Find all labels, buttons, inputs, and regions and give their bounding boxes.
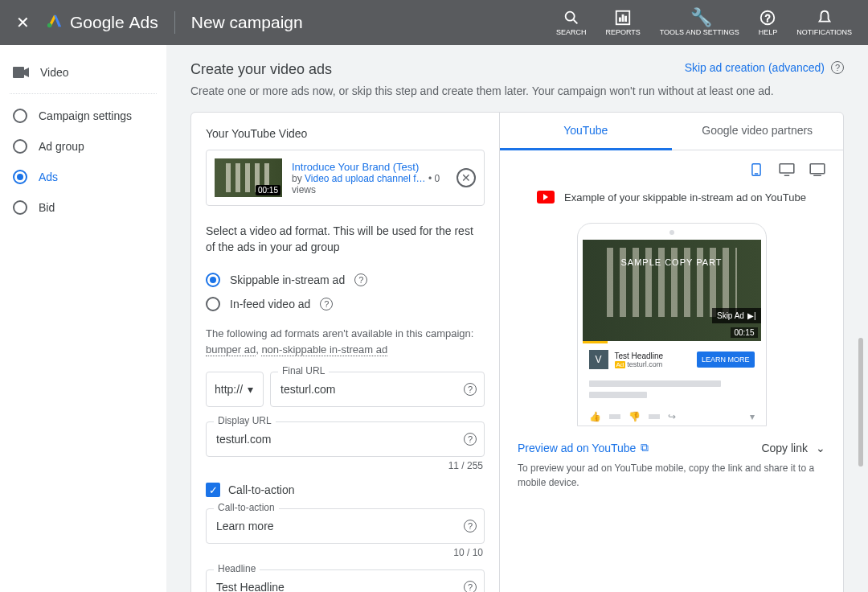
svg-point-1 (565, 12, 574, 21)
divider (174, 11, 175, 34)
header-reports[interactable]: REPORTS (605, 9, 640, 36)
device-tv-icon[interactable] (809, 163, 825, 176)
placeholder-bar (589, 392, 647, 398)
thumbs-down-icon: 👎 (628, 411, 641, 422)
duration-badge: 00:15 (731, 327, 757, 338)
ad-badge: Ad (615, 361, 626, 368)
google-ads-logo-icon (46, 12, 63, 34)
video-title-link[interactable]: Introduce Your Brand (Test) (292, 161, 447, 173)
device-mobile-icon[interactable] (748, 163, 764, 176)
svg-rect-9 (13, 67, 24, 78)
sidebar-item-campaign-settings[interactable]: Campaign settings (10, 101, 157, 131)
your-youtube-video-label: Your YouTube Video (206, 127, 485, 140)
cta-counter: 10 / 10 (207, 547, 483, 558)
svg-rect-6 (625, 16, 627, 21)
skip-icon: ▶| (747, 311, 756, 320)
placeholder-bar (589, 380, 722, 387)
step-icon (13, 109, 27, 123)
sidebar-item-ads[interactable]: Ads (10, 162, 157, 192)
cta-checkbox[interactable]: ✓ (206, 483, 220, 497)
brand-text: Google Ads (70, 13, 158, 32)
page-subtext: Create one or more ads now, or skip this… (190, 84, 844, 97)
ad-form: Your YouTube Video 00:15 Introduce Your … (191, 113, 500, 592)
header-search[interactable]: SEARCH (556, 9, 587, 36)
display-url-counter: 11 / 255 (207, 460, 483, 471)
video-icon (13, 64, 29, 80)
sidebar-item-bid[interactable]: Bid (10, 192, 157, 223)
cta-input[interactable] (206, 508, 485, 544)
video-meta: by Video ad upload channel f… • 0 views (292, 173, 447, 195)
header-notifications[interactable]: NOTIFICATIONS (796, 9, 852, 36)
display-url-input[interactable] (206, 421, 485, 457)
wrench-icon: 🔧 (690, 9, 708, 27)
tab-youtube[interactable]: YouTube (500, 113, 672, 150)
preview-example-text: Example of your skippable in-stream ad o… (564, 191, 806, 204)
step-icon (13, 170, 27, 184)
help-icon[interactable]: ? (464, 581, 477, 592)
help-icon[interactable]: ? (320, 298, 333, 310)
youtube-icon (537, 191, 555, 204)
page-title: New campaign (191, 13, 303, 32)
video-thumbnail[interactable]: 00:15 (215, 158, 282, 197)
svg-rect-14 (810, 164, 825, 174)
skip-ad-button: Skip Ad▶| (712, 308, 761, 323)
thumbs-up-icon: 👍 (589, 411, 601, 422)
protocol-select[interactable]: http:// ▾ (206, 372, 264, 407)
format-heading: Select a video ad format. This will be u… (206, 224, 485, 255)
sidebar-item-ad-group[interactable]: Ad group (10, 131, 157, 162)
radio-skippable-instream[interactable]: Skippable in-stream ad ? (206, 268, 485, 292)
display-url-label: Display URL (214, 415, 276, 426)
remove-video-icon[interactable]: ✕ (457, 168, 476, 187)
caret-down-icon: ▾ (750, 411, 755, 422)
chevron-down-icon: ⌄ (816, 442, 825, 454)
page-heading: Create your video ads (190, 61, 332, 78)
device-desktop-icon[interactable] (779, 163, 795, 176)
preview-panel: YouTube Google video partners Example of… (500, 113, 843, 592)
help-icon[interactable]: ? (464, 433, 477, 446)
preview-headline: Test Headline (615, 352, 690, 360)
cta-section-label: Call-to-action (228, 483, 294, 496)
close-icon[interactable]: ✕ (16, 13, 30, 32)
radio-icon (206, 273, 220, 287)
svg-line-2 (573, 20, 577, 24)
step-icon (13, 139, 27, 154)
video-card: 00:15 Introduce Your Brand (Test) by Vid… (206, 150, 485, 206)
avatar: V (589, 350, 608, 369)
svg-rect-4 (620, 18, 621, 22)
open-external-icon: ⧉ (641, 441, 649, 454)
svg-text:?: ? (765, 13, 771, 24)
app-header: ✕ Google Ads New campaign SEARCH REPORTS… (0, 0, 868, 45)
final-url-label: Final URL (278, 365, 329, 376)
header-help[interactable]: ? HELP (759, 9, 778, 36)
video-player-preview: SAMPLE COPY PART Skip Ad▶| 00:15 (583, 240, 761, 341)
headline-label: Headline (214, 563, 260, 574)
phone-camera-icon (669, 230, 674, 235)
skip-ad-creation-link[interactable]: Skip ad creation (advanced) ? (685, 61, 844, 74)
sidebar-section-video[interactable]: Video (10, 58, 157, 87)
scrollbar[interactable] (858, 338, 863, 467)
learn-more-button: LEARN MORE (697, 352, 755, 368)
unavailable-formats-note: The following ad formats aren't availabl… (206, 326, 485, 357)
svg-point-0 (47, 23, 52, 27)
preview-url: testurl.com (627, 360, 662, 368)
copy-link-button[interactable]: Copy link⌄ (761, 442, 825, 454)
duration-badge: 00:15 (256, 185, 280, 195)
help-icon[interactable]: ? (354, 273, 367, 286)
tab-google-video-partners[interactable]: Google video partners (672, 113, 844, 150)
content: Create your video ads Skip ad creation (… (166, 45, 868, 592)
help-icon[interactable]: ? (464, 383, 477, 396)
preview-note: To preview your ad on YouTube mobile, co… (500, 461, 843, 504)
final-url-input[interactable] (270, 372, 485, 407)
svg-rect-12 (780, 164, 794, 173)
preview-on-youtube-link[interactable]: Preview ad on YouTube⧉ (518, 441, 649, 454)
radio-infeed-video[interactable]: In-feed video ad ? (206, 292, 485, 316)
header-tools[interactable]: 🔧 TOOLS AND SETTINGS (660, 9, 739, 36)
share-icon: ↪ (668, 411, 676, 422)
caret-down-icon: ▾ (248, 383, 253, 396)
sidebar: Video Campaign settings Ad group Ads Bid (0, 45, 166, 592)
radio-icon (206, 297, 220, 311)
phone-preview: SAMPLE COPY PART Skip Ad▶| 00:15 V Test … (577, 223, 767, 426)
help-icon[interactable]: ? (464, 520, 477, 532)
help-icon[interactable]: ? (831, 61, 844, 74)
channel-link[interactable]: Video ad upload channel f… (305, 173, 426, 184)
